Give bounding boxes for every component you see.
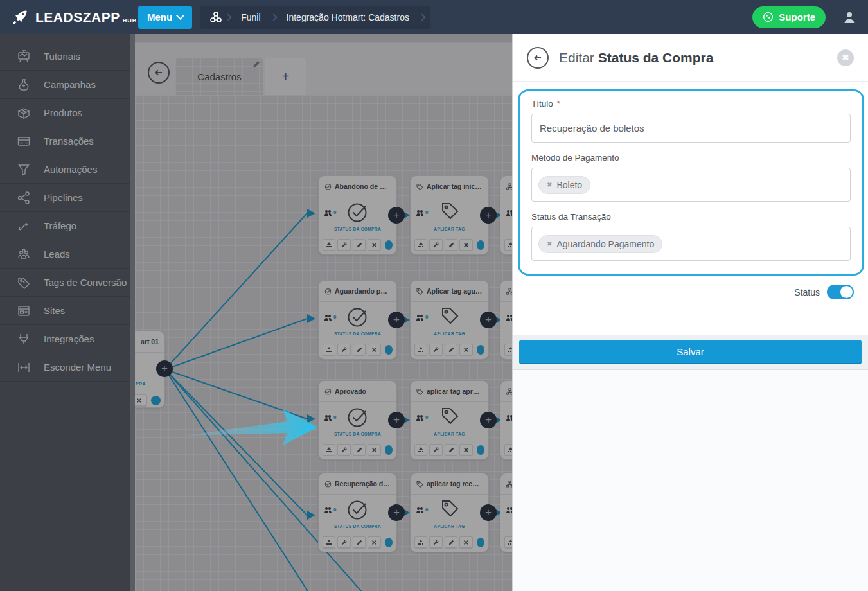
edit-panel: Editar Status da Compra ✖ Título* Método…	[512, 34, 868, 591]
panel-title-prefix: Editar	[559, 50, 594, 65]
support-button-label: Suporte	[779, 12, 815, 22]
chip-aguardando-pagamento: ✖ Aguardando Pagamento	[538, 235, 662, 253]
remove-chip-icon[interactable]: ✖	[547, 240, 552, 247]
save-band: Salvar	[513, 335, 868, 370]
menu-button[interactable]: Menu	[138, 6, 192, 29]
user-avatar-icon[interactable]	[842, 10, 856, 24]
funnels-icon[interactable]	[209, 10, 223, 24]
breadcrumb: Funil Integração Hotmart: Cadastros	[200, 6, 430, 29]
dim-overlay	[0, 34, 512, 591]
titulo-input[interactable]	[531, 114, 851, 143]
panel-title: Editar Status da Compra	[559, 50, 713, 66]
support-button[interactable]: Suporte	[752, 6, 826, 28]
brand-name: LEADSZAPP	[35, 10, 120, 25]
metodo-pagamento-select[interactable]: ✖ Boleto	[531, 168, 851, 202]
status-toggle-label: Status	[794, 287, 820, 297]
panel-title-entity: Status da Compra	[598, 50, 714, 65]
breadcrumb-current-funnel[interactable]: Integração Hotmart: Cadastros	[279, 12, 417, 22]
status-toggle[interactable]	[827, 285, 854, 299]
status-transacao-select[interactable]: ✖ Aguardando Pagamento	[531, 227, 851, 261]
required-asterisk: *	[557, 99, 560, 109]
panel-header: Editar Status da Compra ✖	[513, 34, 868, 82]
panel-back-button[interactable]	[527, 47, 549, 69]
brand-suffix: HUB	[123, 17, 137, 24]
chevron-down-icon	[176, 12, 184, 20]
titulo-label: Título*	[531, 99, 851, 109]
whatsapp-icon	[763, 12, 774, 22]
chip-boleto: ✖ Boleto	[538, 176, 590, 194]
rocket-icon	[12, 8, 29, 26]
menu-button-label: Menu	[147, 12, 172, 22]
panel-footer-area	[513, 370, 868, 591]
highlighted-form-card: Título* Método de Pagamento ✖ Boleto Sta…	[518, 89, 864, 276]
status-transacao-label: Status da Transação	[531, 212, 851, 222]
close-panel-button[interactable]: ✖	[837, 49, 854, 66]
chip-label: Aguardando Pagamento	[556, 239, 654, 249]
metodo-pagamento-label: Método de Pagamento	[531, 153, 851, 163]
breadcrumb-separator	[225, 13, 232, 21]
breadcrumb-funil[interactable]: Funil	[233, 12, 268, 22]
breadcrumb-separator	[418, 13, 425, 21]
chip-label: Boleto	[556, 180, 582, 190]
topbar: LEADSZAPP HUB Menu Funil Integração Hotm…	[0, 0, 868, 34]
save-button[interactable]: Salvar	[519, 340, 862, 364]
app-logo: LEADSZAPP HUB	[0, 8, 135, 26]
remove-chip-icon[interactable]: ✖	[547, 181, 552, 188]
breadcrumb-separator	[270, 13, 277, 21]
